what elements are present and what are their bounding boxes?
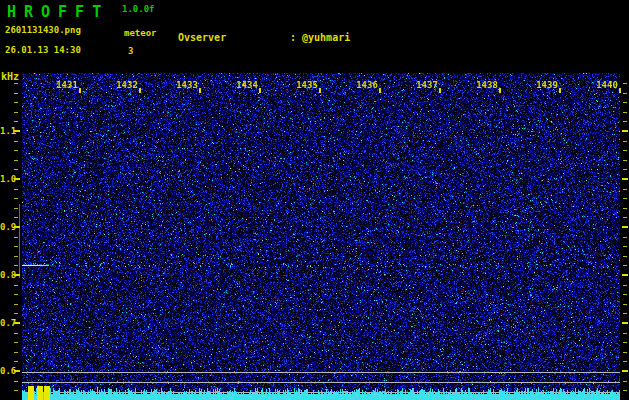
y-minor-tick [14,83,18,84]
y-minor-tick [14,189,18,190]
y-minor-tick [14,342,18,343]
y-minor-tick-right [623,198,627,199]
x-tick-label: 1439 [536,80,558,90]
station-name: meteor [124,28,157,38]
x-tick-label: 1438 [476,80,498,90]
y-minor-tick [14,381,18,382]
y-minor-tick-right [623,352,627,353]
y-tick-label: 0.6 [0,366,14,376]
app-version: 1.0.0f [122,4,155,14]
x-tick-label: 1440 [596,80,618,90]
y-minor-tick-right [623,246,627,247]
y-minor-tick [14,150,18,151]
signal-marker-line [19,204,20,278]
y-major-tick [14,178,20,180]
observation-datetime: 26.01.13 14:30 [5,45,81,55]
info-value: @yuhmari [302,32,350,43]
y-minor-tick-right [623,361,627,362]
x-tick [619,88,621,93]
y-minor-tick [14,237,18,238]
x-tick-label: 1432 [116,80,138,90]
x-tick-label: 1434 [236,80,258,90]
y-major-tick-right [622,322,628,324]
x-tick-label: 1433 [176,80,198,90]
y-minor-tick-right [623,160,627,161]
spectrogram-canvas [22,73,620,400]
y-minor-tick [14,304,18,305]
y-minor-tick [14,294,18,295]
x-tick [139,88,141,93]
y-major-tick-right [622,370,628,372]
y-minor-tick-right [623,169,627,170]
y-minor-tick [14,352,18,353]
y-tick-label: 1.1 [0,126,14,136]
y-minor-tick-right [623,285,627,286]
y-minor-tick-right [623,381,627,382]
y-major-tick-right [622,130,628,132]
info-separator: : [290,32,296,43]
x-tick-label: 1431 [56,80,78,90]
x-tick [199,88,201,93]
app-title: HROFFT [7,3,109,21]
info-label: Ovserver [178,31,290,45]
x-tick-label: 1437 [416,80,438,90]
y-minor-tick [14,333,18,334]
y-minor-tick-right [623,150,627,151]
y-minor-tick-right [623,304,627,305]
x-tick [439,88,441,93]
y-minor-tick [14,121,18,122]
x-tick-label: 1435 [296,80,318,90]
y-minor-tick [14,169,18,170]
y-minor-tick-right [623,265,627,266]
x-tick [259,88,261,93]
y-tick-label: 0.7 [0,318,14,328]
info-row-observer: Ovserver:@yuhmari [178,31,549,45]
y-minor-tick-right [623,112,627,113]
y-minor-tick [14,141,18,142]
y-minor-tick-right [623,208,627,209]
x-tick [379,88,381,93]
y-major-tick-right [622,274,628,276]
y-major-tick [14,274,20,276]
y-minor-tick-right [623,256,627,257]
y-tick-label: 0.8 [0,270,14,280]
x-tick [499,88,501,93]
y-minor-tick [14,112,18,113]
y-minor-tick [14,313,18,314]
y-minor-tick [14,265,18,266]
y-major-tick [14,370,20,372]
y-minor-tick [14,361,18,362]
y-minor-tick [14,198,18,199]
y-minor-tick [14,160,18,161]
y-minor-tick [14,390,18,391]
y-minor-tick-right [623,189,627,190]
y-minor-tick [14,208,18,209]
y-major-tick [14,226,20,228]
y-minor-tick-right [623,294,627,295]
y-minor-tick-right [623,237,627,238]
y-minor-tick-right [623,102,627,103]
y-minor-tick [14,102,18,103]
y-minor-tick-right [623,390,627,391]
y-minor-tick [14,256,18,257]
y-minor-tick [14,93,18,94]
y-minor-tick-right [623,141,627,142]
y-major-tick-right [622,226,628,228]
hrofft-screen: HROFFT 1.0.0f 2601131430.png meteor 26.0… [0,0,629,400]
y-tick-label: 1.0 [0,174,14,184]
y-minor-tick-right [623,342,627,343]
x-tick-label: 1436 [356,80,378,90]
output-filename: 2601131430.png [5,25,81,35]
y-minor-tick-right [623,313,627,314]
y-major-tick-right [622,178,628,180]
y-major-tick [14,130,20,132]
y-minor-tick [14,285,18,286]
x-tick [559,88,561,93]
y-minor-tick-right [623,217,627,218]
y-minor-tick-right [623,83,627,84]
y-minor-tick-right [623,333,627,334]
y-tick-label: 0.9 [0,222,14,232]
y-major-tick [14,322,20,324]
y-axis-unit-label: kHz [1,71,19,82]
x-tick [79,88,81,93]
